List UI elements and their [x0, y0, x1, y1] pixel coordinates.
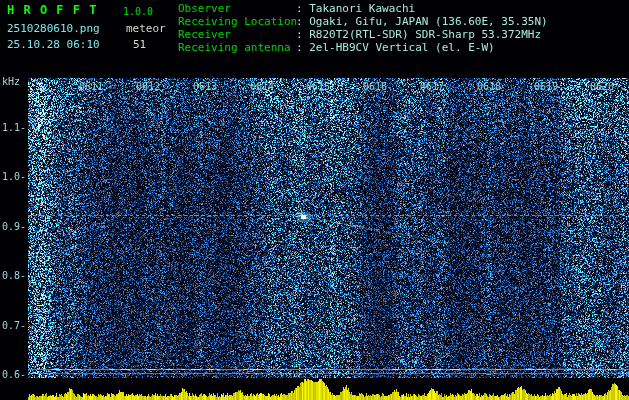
freq-axis-unit: kHz	[2, 76, 20, 87]
observation-datetime: 25.10.28 06:10	[7, 39, 100, 51]
info-value-observer: : Takanori Kawachi	[296, 3, 415, 15]
info-value-receiver: : R820T2(RTL-SDR) SDR-Sharp 53.372MHz	[296, 29, 541, 41]
output-filename: 2510280610.png	[7, 23, 100, 35]
spectrogram-canvas	[0, 0, 629, 400]
app-title: H R O F F T	[7, 4, 97, 16]
info-value-receiving-antenna: : 2el-HB9CV Vertical (el. E-W)	[296, 42, 495, 54]
app-version: 1.0.0	[123, 6, 153, 18]
info-label-observer: Observer	[178, 3, 231, 15]
mode-label: meteor	[126, 23, 166, 35]
info-label-receiving-antenna: Receiving antenna	[178, 42, 291, 54]
info-value-receiving-location: : Ogaki, Gifu, JAPAN (136.60E, 35.35N)	[296, 16, 548, 28]
info-label-receiving-location: Receiving Location	[178, 16, 297, 28]
info-label-receiver: Receiver	[178, 29, 231, 41]
echo-count: 51	[133, 39, 146, 51]
hrofft-spectrogram-output: H R O F F T 1.0.0 2510280610.png meteor …	[0, 0, 629, 400]
